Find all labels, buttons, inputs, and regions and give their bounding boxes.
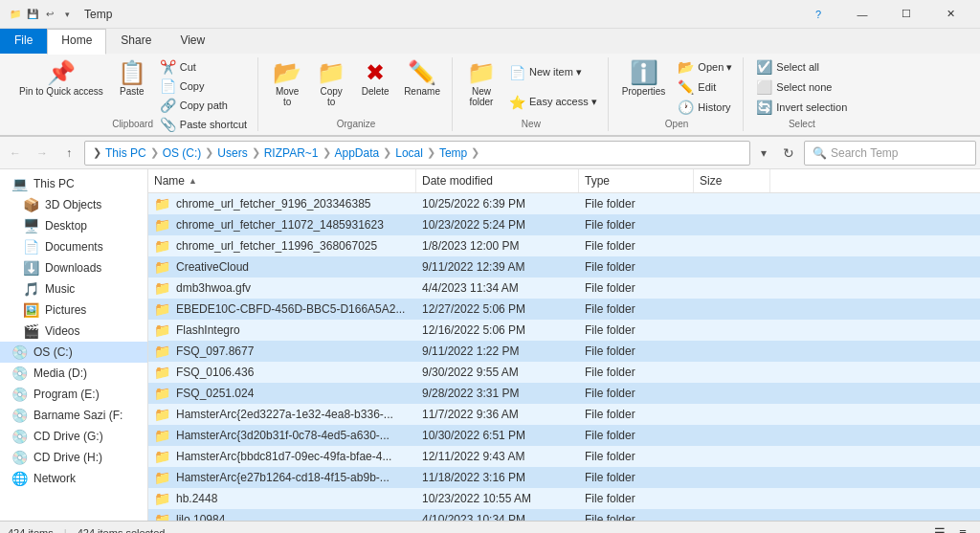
col-size-label: Size	[700, 174, 722, 188]
table-row[interactable]: 📁 chrome_url_fetcher_11996_368067025 1/8…	[148, 235, 980, 256]
file-name-label: chrome_url_fetcher_9196_203346385	[176, 197, 371, 211]
sidebar-item-cd-g[interactable]: 💿 CD Drive (G:)	[0, 426, 147, 447]
invert-selection-button[interactable]: 🔄 Invert selection	[751, 97, 852, 117]
file-date-cell: 12/16/2022 5:06 PM	[416, 323, 579, 337]
clipboard-small-stack: ✂️ Cut 📄 Copy 🔗 Copy path 📎 Paste shortc…	[155, 57, 252, 117]
rename-button[interactable]: ✏️ Rename	[398, 57, 446, 117]
breadcrumb-os-c[interactable]: OS (C:)	[163, 146, 202, 160]
breadcrumb-temp[interactable]: Temp	[439, 146, 467, 160]
breadcrumb-appdata[interactable]: AppData	[335, 146, 380, 160]
paste-button[interactable]: 📋 Paste	[111, 57, 153, 117]
table-row[interactable]: 📁 chrome_url_fetcher_11072_1485931623 10…	[148, 214, 980, 235]
file-type-cell: File folder	[579, 366, 694, 379]
edit-button[interactable]: ✏️ Edit	[673, 78, 737, 98]
file-name-label: hb.2448	[176, 492, 217, 505]
table-row[interactable]: 📁 HamsterArc{2ed3227a-1e32-4ea8-b336-...…	[148, 404, 980, 425]
paste-shortcut-button[interactable]: 📎 Paste shortcut	[155, 115, 252, 134]
help-button[interactable]: ?	[796, 0, 840, 29]
select-all-button[interactable]: ☑️ Select all	[751, 57, 852, 78]
pin-to-quick-access-button[interactable]: 📌 Pin to Quick access	[13, 57, 109, 117]
move-to-button[interactable]: 📂 Move to	[266, 57, 308, 117]
table-row[interactable]: 📁 FlashIntegro 12/16/2022 5:06 PM File f…	[148, 320, 980, 341]
address-dropdown[interactable]: ▾	[754, 142, 773, 165]
breadcrumb-rizpar[interactable]: RIZPAR~1	[264, 146, 319, 160]
copy-to-button[interactable]: 📁 Copy to	[310, 57, 352, 117]
properties-button[interactable]: ℹ️ Properties	[616, 57, 672, 117]
copy-icon: 📄	[160, 78, 176, 94]
refresh-button[interactable]: ↻	[777, 142, 800, 165]
sidebar-item-3d-objects[interactable]: 📦 3D Objects	[0, 194, 147, 215]
breadcrumb-users[interactable]: Users	[217, 146, 247, 160]
select-none-button[interactable]: ⬜ Select none	[751, 78, 852, 98]
sidebar-item-music[interactable]: 🎵 Music	[0, 278, 147, 300]
close-button[interactable]: ✕	[928, 0, 972, 29]
sidebar-item-os-c[interactable]: 💿 OS (C:)	[0, 342, 147, 363]
sidebar-item-barname-f[interactable]: 💿 Barname Sazi (F:	[0, 405, 147, 426]
sidebar-item-downloads[interactable]: ⬇️ Downloads	[0, 257, 147, 278]
col-header-size[interactable]: Size	[694, 169, 770, 192]
sidebar-item-desktop[interactable]: 🖥️ Desktop	[0, 215, 147, 236]
new-folder-button[interactable]: 📁 New folder	[460, 57, 502, 117]
back-button[interactable]: ←	[4, 142, 27, 165]
sidebar-item-this-pc[interactable]: 💻 This PC	[0, 173, 147, 194]
delete-label: Delete	[362, 86, 390, 97]
breadcrumb-this-pc: ❯	[93, 146, 101, 159]
undo-icon[interactable]: ↩	[42, 7, 57, 22]
quick-access-icon[interactable]: 📁	[8, 7, 23, 22]
forward-button[interactable]: →	[31, 142, 54, 165]
table-row[interactable]: 📁 FSQ_0106.436 9/30/2022 9:55 AM File fo…	[148, 362, 980, 383]
dropdown-arrow[interactable]: ▾	[59, 7, 75, 22]
open-button[interactable]: 📂 Open ▾	[673, 57, 737, 78]
tab-home[interactable]: Home	[47, 29, 106, 55]
breadcrumb-local[interactable]: Local	[395, 146, 423, 160]
table-row[interactable]: 📁 EBEDE10C-CBFD-456D-BBC5-D166A5A2... 12…	[148, 299, 980, 320]
sidebar-item-network[interactable]: 🌐 Network	[0, 468, 147, 489]
file-date-cell: 11/18/2022 3:16 PM	[416, 471, 579, 484]
sidebar-item-media-d[interactable]: 💿 Media (D:)	[0, 363, 147, 384]
col-header-date[interactable]: Date modified	[416, 169, 579, 192]
tab-share[interactable]: Share	[106, 29, 166, 54]
table-row[interactable]: 📁 chrome_url_fetcher_9196_203346385 10/2…	[148, 193, 980, 214]
table-row[interactable]: 📁 lilo.10984 4/10/2023 10:34 PM File fol…	[148, 509, 980, 521]
copy-button[interactable]: 📄 Copy	[155, 77, 252, 96]
search-bar[interactable]: 🔍 Search Temp	[804, 141, 976, 166]
table-row[interactable]: 📁 FSQ_097.8677 9/11/2022 1:22 PM File fo…	[148, 341, 980, 362]
easy-access-button[interactable]: ⭐ Easy access ▾	[504, 92, 602, 113]
new-item-button[interactable]: 📄 New item ▾	[504, 62, 602, 83]
tab-file[interactable]: File	[0, 29, 47, 54]
address-bar[interactable]: ❯ This PC ❯ OS (C:) ❯ Users ❯ RIZPAR~1 ❯…	[84, 141, 750, 166]
table-row[interactable]: 📁 dmb3hwoa.gfv 4/4/2023 11:34 AM File fo…	[148, 278, 980, 299]
sort-arrow: ▲	[189, 176, 197, 186]
delete-button[interactable]: ✖ Delete	[354, 57, 396, 117]
save-icon[interactable]: 💾	[25, 7, 40, 22]
sidebar-item-label-desktop: Desktop	[45, 219, 87, 233]
tab-view[interactable]: View	[166, 29, 219, 54]
sidebar-item-cd-h[interactable]: 💿 CD Drive (H:)	[0, 447, 147, 468]
sidebar-item-pictures[interactable]: 🖼️ Pictures	[0, 300, 147, 321]
maximize-button[interactable]: ☐	[884, 0, 928, 29]
minimize-button[interactable]: —	[840, 0, 884, 29]
details-view-button[interactable]: ≡	[953, 523, 972, 534]
table-row[interactable]: 📁 hb.2448 10/23/2022 10:55 AM File folde…	[148, 488, 980, 509]
table-row[interactable]: 📁 HamsterArc{e27b1264-cd18-4f15-ab9b-...…	[148, 467, 980, 488]
list-view-button[interactable]: ☰	[930, 523, 949, 534]
easy-access-label: Easy access ▾	[529, 96, 597, 108]
breadcrumb-this-pc-link[interactable]: This PC	[105, 146, 146, 160]
sidebar-item-documents[interactable]: 📄 Documents	[0, 236, 147, 257]
file-name-cell: 📁 dmb3hwoa.gfv	[148, 280, 416, 296]
sidebar-item-videos[interactable]: 🎬 Videos	[0, 321, 147, 342]
file-list-header: Name ▲ Date modified Type Size	[148, 169, 980, 193]
copy-path-button[interactable]: 🔗 Copy path	[155, 96, 252, 115]
table-row[interactable]: 📁 HamsterArc{3d20b31f-0c78-4ed5-a630-...…	[148, 425, 980, 446]
up-button[interactable]: ↑	[57, 142, 80, 165]
table-row[interactable]: 📁 CreativeCloud 9/11/2022 12:39 AM File …	[148, 256, 980, 278]
cut-button[interactable]: ✂️ Cut	[155, 57, 252, 77]
col-header-name[interactable]: Name ▲	[148, 169, 416, 192]
file-name-cell: 📁 hb.2448	[148, 491, 416, 506]
sidebar-item-program-e[interactable]: 💿 Program (E:)	[0, 384, 147, 405]
sidebar-item-label-documents: Documents	[45, 240, 103, 254]
history-button[interactable]: 🕐 History	[673, 97, 737, 117]
col-header-type[interactable]: Type	[579, 169, 694, 192]
table-row[interactable]: 📁 HamsterArc{bbdc81d7-09ec-49fa-bfae-4..…	[148, 446, 980, 467]
table-row[interactable]: 📁 FSQ_0251.024 9/28/2022 3:31 PM File fo…	[148, 383, 980, 404]
